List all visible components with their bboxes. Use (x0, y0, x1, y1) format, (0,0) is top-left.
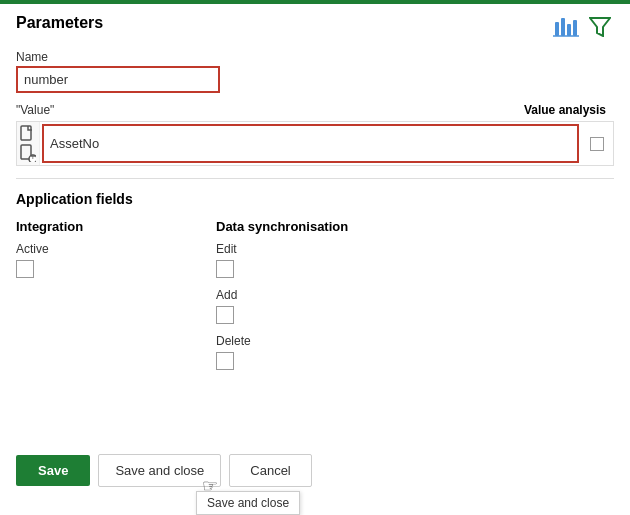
svg-rect-0 (555, 22, 559, 36)
tooltip-text: Save and close (207, 496, 289, 510)
value-column-label: "Value" (16, 103, 54, 117)
delete-checkbox[interactable] (216, 352, 234, 370)
name-input-wrapper (16, 66, 220, 93)
integration-title: Integration (16, 219, 156, 234)
cancel-button[interactable]: Cancel (229, 454, 311, 487)
svg-rect-3 (573, 20, 577, 36)
value-analysis-label: Value analysis (524, 103, 606, 117)
delete-field-group: Delete (216, 334, 356, 370)
name-label: Name (16, 50, 614, 64)
toolbar (552, 15, 614, 39)
value-input[interactable] (50, 136, 571, 151)
edit-checkbox[interactable] (216, 260, 234, 278)
value-table-section: "Value" Value analysis + (16, 103, 614, 166)
name-input[interactable] (18, 68, 218, 91)
svg-rect-1 (561, 18, 565, 36)
application-fields-section: Application fields Integration Active Da… (16, 191, 614, 380)
value-analysis-checkbox[interactable] (590, 137, 604, 151)
data-sync-title: Data synchronisation (216, 219, 356, 234)
svg-marker-5 (590, 18, 610, 36)
active-checkbox[interactable] (16, 260, 34, 278)
active-label: Active (16, 242, 156, 256)
svg-rect-2 (567, 24, 571, 36)
save-button[interactable]: Save (16, 455, 90, 486)
app-fields-title: Application fields (16, 191, 614, 207)
integration-col: Integration Active (16, 219, 156, 380)
delete-label: Delete (216, 334, 356, 348)
filter-icon[interactable] (586, 15, 614, 39)
doc-icon-2[interactable]: + (19, 145, 37, 161)
button-row: Save Save and close Cancel (16, 454, 312, 487)
name-field-section: Name (16, 50, 614, 93)
cursor-indicator: ☞ (202, 475, 218, 497)
doc-icon-1[interactable] (19, 126, 37, 142)
divider (16, 178, 614, 179)
value-analysis-checkbox-cell (581, 122, 613, 165)
edit-field-group: Edit (216, 242, 356, 278)
add-checkbox[interactable] (216, 306, 234, 324)
svg-rect-6 (21, 126, 31, 140)
data-sync-col: Data synchronisation Edit Add Delete (216, 219, 356, 380)
svg-text:+: + (30, 152, 35, 162)
active-field-group: Active (16, 242, 156, 278)
page-title: Parameters (16, 14, 103, 32)
add-label: Add (216, 288, 356, 302)
add-field-group: Add (216, 288, 356, 324)
columns-icon[interactable] (552, 15, 580, 39)
edit-label: Edit (216, 242, 356, 256)
